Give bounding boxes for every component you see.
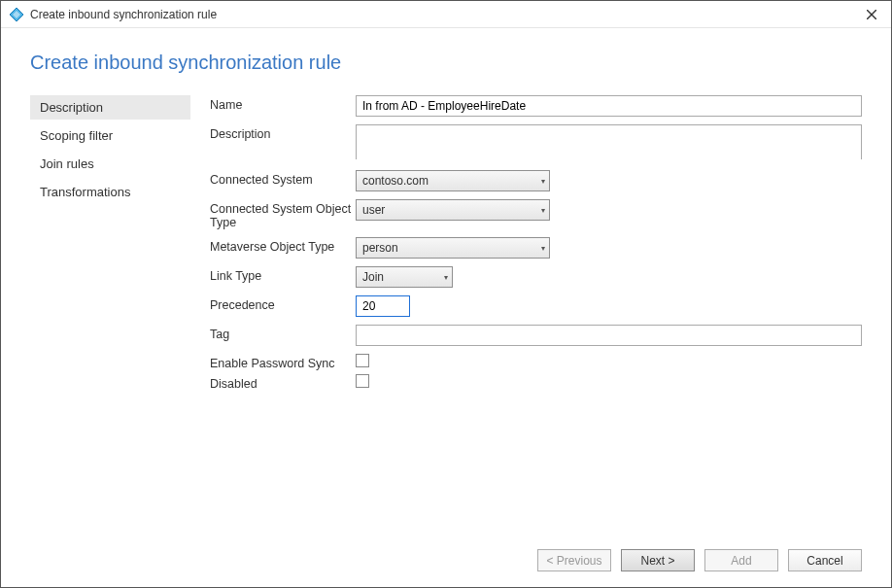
- cs-object-type-dropdown[interactable]: user ▾: [356, 199, 550, 221]
- description-label: Description: [210, 124, 356, 141]
- precedence-input[interactable]: [356, 295, 410, 317]
- dialog-window: Create inbound synchronization rule Crea…: [0, 0, 892, 588]
- tag-label: Tag: [210, 325, 356, 341]
- connected-system-value: contoso.com: [362, 174, 429, 188]
- cancel-button[interactable]: Cancel: [788, 549, 862, 571]
- name-label: Name: [210, 95, 356, 112]
- titlebar: Create inbound synchronization rule: [1, 1, 891, 28]
- chevron-down-icon: ▾: [541, 244, 545, 253]
- content-area: Create inbound synchronization rule Desc…: [1, 28, 891, 587]
- link-type-value: Join: [362, 270, 384, 284]
- sidebar-item-join-rules[interactable]: Join rules: [30, 152, 190, 176]
- precedence-label: Precedence: [210, 295, 356, 312]
- cs-object-type-label: Connected System Object Type: [210, 199, 356, 229]
- sidebar-item-transformations[interactable]: Transformations: [30, 180, 190, 204]
- window-title: Create inbound synchronization rule: [30, 8, 217, 21]
- footer-buttons: < Previous Next > Add Cancel: [30, 537, 862, 571]
- connected-system-label: Connected System: [210, 170, 356, 187]
- mv-object-type-label: Metaverse Object Type: [210, 237, 356, 254]
- previous-button[interactable]: < Previous: [537, 549, 611, 571]
- sidebar-item-description[interactable]: Description: [30, 95, 190, 120]
- disabled-checkbox[interactable]: [356, 374, 369, 388]
- form-panel: Name Description Connected System: [210, 95, 862, 537]
- link-type-dropdown[interactable]: Join ▾: [356, 266, 453, 288]
- chevron-down-icon: ▾: [541, 206, 545, 215]
- mv-object-type-dropdown[interactable]: person ▾: [356, 237, 550, 259]
- next-button[interactable]: Next >: [621, 549, 695, 571]
- app-icon: [9, 7, 24, 22]
- sidebar-item-scoping-filter[interactable]: Scoping filter: [30, 123, 190, 148]
- enable-pw-sync-label: Enable Password Sync: [210, 354, 356, 370]
- link-type-label: Link Type: [210, 266, 356, 283]
- chevron-down-icon: ▾: [444, 273, 448, 282]
- enable-pw-sync-checkbox[interactable]: [356, 354, 369, 367]
- mv-object-type-value: person: [362, 241, 398, 255]
- page-title: Create inbound synchronization rule: [30, 52, 862, 74]
- wizard-sidebar: Description Scoping filter Join rules Tr…: [30, 95, 210, 537]
- name-input[interactable]: [356, 95, 862, 117]
- add-button[interactable]: Add: [704, 549, 778, 571]
- connected-system-dropdown[interactable]: contoso.com ▾: [356, 170, 550, 191]
- close-button[interactable]: [860, 3, 883, 26]
- chevron-down-icon: ▾: [541, 177, 545, 186]
- description-input[interactable]: [356, 124, 862, 159]
- cs-object-type-value: user: [362, 203, 385, 217]
- disabled-label: Disabled: [210, 374, 356, 391]
- tag-input[interactable]: [356, 325, 862, 346]
